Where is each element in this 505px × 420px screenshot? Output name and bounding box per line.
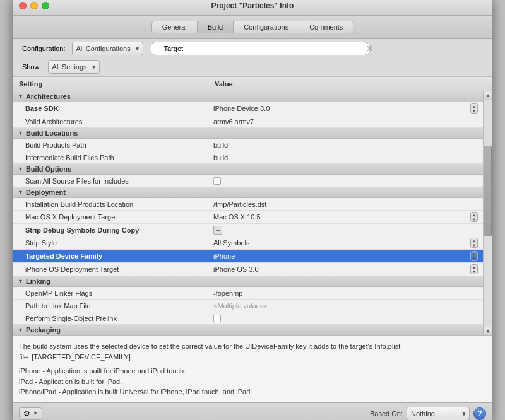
group-linking: Linking bbox=[13, 276, 483, 287]
stepper[interactable]: ▲▼ bbox=[470, 238, 478, 248]
minimize-button[interactable] bbox=[30, 2, 38, 9]
cell-setting: iPhone OS Deployment Target bbox=[13, 264, 208, 274]
show-select[interactable]: All Settings bbox=[48, 60, 100, 74]
cell-value-text: iPhone OS 3.0 bbox=[213, 265, 259, 273]
cell-setting: Path to Link Map File bbox=[13, 301, 208, 311]
tab-general[interactable]: General bbox=[152, 21, 198, 33]
description-panel: The build system uses the selected devic… bbox=[13, 335, 492, 402]
based-on-select[interactable]: Nothing bbox=[407, 407, 470, 420]
cell-value: build bbox=[208, 153, 483, 163]
configuration-label: Configuration: bbox=[22, 45, 66, 52]
based-on-section: Based On: Nothing ▼ ? bbox=[370, 407, 486, 420]
bottom-bar: ⚙ ▼ Based On: Nothing ▼ ? bbox=[13, 402, 492, 420]
tab-build[interactable]: Build bbox=[198, 21, 234, 33]
cell-value: Mac OS X 10.5 ▲▼ bbox=[208, 211, 483, 223]
cell-value-text: iPhone Device 3.0 bbox=[213, 105, 270, 112]
show-label: Show: bbox=[22, 63, 42, 71]
show-row: Show: All Settings ▼ bbox=[13, 58, 492, 76]
cell-value: iPhone ▲ ▼ bbox=[208, 250, 483, 262]
gear-button[interactable]: ⚙ ▼ bbox=[19, 407, 42, 420]
stepper[interactable]: ▲▼ bbox=[470, 264, 478, 274]
table-row[interactable]: Scan All Source Files for Includes bbox=[13, 175, 483, 187]
help-button[interactable]: ? bbox=[473, 407, 486, 420]
description-text4: iPhone/iPad - Application is built Unive… bbox=[19, 387, 486, 397]
description-text1: The build system uses the selected devic… bbox=[19, 341, 486, 352]
tab-toolbar: General Build Configurations Comments bbox=[13, 16, 492, 39]
scroll-down-arrow[interactable]: ▼ bbox=[484, 327, 492, 335]
table-row[interactable]: Mac OS X Deployment Target Mac OS X 10.5… bbox=[13, 211, 483, 224]
cell-setting: Build Products Path bbox=[13, 140, 208, 150]
group-build-options: Build Options bbox=[13, 164, 483, 175]
search-input[interactable] bbox=[150, 42, 371, 55]
table-row[interactable]: Path to Link Map File <Multiple values> bbox=[13, 300, 483, 312]
table-row[interactable]: OpenMP Linker Flags -fopenmp bbox=[13, 287, 483, 300]
search-container: 🔍 ✕ bbox=[150, 42, 377, 55]
table-row[interactable]: Installation Build Products Location /tm… bbox=[13, 198, 483, 211]
cell-value-text: armv6 armv7 bbox=[213, 118, 254, 125]
cell-value: armv6 armv7 bbox=[208, 117, 483, 127]
search-clear-icon[interactable]: ✕ bbox=[366, 44, 374, 54]
cell-value: – bbox=[208, 225, 483, 236]
cell-value-text: -fopenmp bbox=[213, 289, 242, 297]
cell-setting: Perform Single-Object Prelink bbox=[13, 313, 208, 324]
description-text1b: file. [TARGETED_DEVICE_FAMILY] bbox=[19, 352, 486, 363]
cell-setting: Strip Debug Symbols During Copy bbox=[13, 225, 208, 235]
cell-value-text: <Multiple values> bbox=[213, 302, 268, 310]
description-text2: iPhone - Application is built for iPhone… bbox=[19, 366, 486, 376]
scroll-up-arrow[interactable]: ▲ bbox=[484, 91, 492, 100]
maximize-button[interactable] bbox=[42, 2, 49, 9]
table-row[interactable]: Strip Style All Symbols ▲▼ bbox=[13, 236, 483, 250]
gear-dropdown-arrow: ▼ bbox=[33, 411, 38, 416]
cell-setting: Scan All Source Files for Includes bbox=[13, 176, 208, 186]
stepper[interactable]: ▲▼ bbox=[470, 103, 478, 114]
cell-setting: Valid Architectures bbox=[13, 117, 208, 127]
group-deployment: Deployment bbox=[13, 187, 483, 198]
table-row-targeted-device[interactable]: Targeted Device Family iPhone ▲ ▼ bbox=[13, 250, 483, 263]
table-row[interactable]: Strip Debug Symbols During Copy – bbox=[13, 224, 483, 236]
checkbox[interactable] bbox=[213, 177, 221, 185]
col-setting-header: Setting bbox=[13, 79, 208, 89]
tab-comments[interactable]: Comments bbox=[299, 21, 354, 33]
table-row[interactable]: iPhone OS Deployment Target iPhone OS 3.… bbox=[13, 263, 483, 276]
cell-value: -fopenmp bbox=[208, 288, 483, 298]
group-packaging: Packaging bbox=[13, 325, 483, 335]
table-row[interactable]: Base SDK iPhone Device 3.0 ▲▼ bbox=[13, 102, 483, 115]
cell-value-text: /tmp/Particles.dst bbox=[213, 201, 266, 208]
stepper[interactable]: ▲▼ bbox=[470, 212, 478, 222]
cell-value-text: iPhone bbox=[213, 252, 235, 260]
table-row[interactable]: Build Products Path build bbox=[13, 139, 483, 151]
configuration-row: Configuration: All Configurations ▼ 🔍 ✕ bbox=[13, 39, 492, 58]
scrollbar[interactable]: ▲ ▼ bbox=[483, 91, 492, 335]
tab-configurations[interactable]: Configurations bbox=[234, 21, 299, 33]
cell-value: /tmp/Particles.dst bbox=[208, 199, 483, 209]
close-button[interactable] bbox=[19, 2, 27, 9]
cell-value-text: build bbox=[213, 154, 228, 161]
cell-value: All Symbols ▲▼ bbox=[208, 236, 483, 249]
scroll-thumb[interactable] bbox=[484, 146, 492, 236]
show-select-wrapper: All Settings ▼ bbox=[48, 60, 100, 74]
window-title: Project "Particles" Info bbox=[211, 1, 294, 10]
title-bar: Project "Particles" Info bbox=[13, 0, 492, 16]
main-window: Project "Particles" Info General Build C… bbox=[13, 0, 492, 420]
minus-checkbox[interactable]: – bbox=[213, 226, 222, 235]
description-text3: iPad - Application is built for iPad. bbox=[19, 376, 486, 387]
group-architectures: Architectures bbox=[13, 91, 483, 102]
table-area: Architectures Base SDK iPhone Device 3.0… bbox=[13, 91, 492, 335]
table-body[interactable]: Architectures Base SDK iPhone Device 3.0… bbox=[13, 91, 483, 335]
scroll-track[interactable] bbox=[484, 100, 492, 327]
cell-value bbox=[208, 176, 483, 186]
cell-setting: Mac OS X Deployment Target bbox=[13, 212, 208, 222]
based-on-label: Based On: bbox=[370, 410, 403, 417]
stepper[interactable]: ▲ ▼ bbox=[470, 251, 478, 261]
table-row[interactable]: Valid Architectures armv6 armv7 bbox=[13, 115, 483, 128]
cell-value: build bbox=[208, 140, 483, 150]
table-row[interactable]: Perform Single-Object Prelink bbox=[13, 312, 483, 325]
cell-setting: Base SDK bbox=[13, 103, 208, 114]
configuration-select[interactable]: All Configurations bbox=[72, 42, 143, 55]
cell-setting: OpenMP Linker Flags bbox=[13, 288, 208, 298]
table-row[interactable]: Intermediate Build Files Path build bbox=[13, 151, 483, 164]
cell-setting: Strip Style bbox=[13, 238, 208, 248]
cell-setting: Targeted Device Family bbox=[13, 251, 208, 261]
checkbox[interactable] bbox=[213, 315, 221, 322]
group-build-locations: Build Locations bbox=[13, 128, 483, 139]
